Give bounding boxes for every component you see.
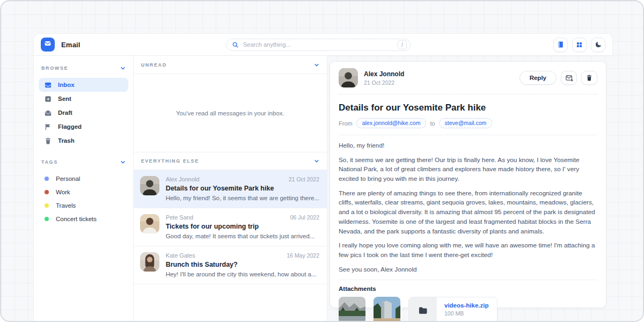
avatar	[140, 214, 159, 233]
mail-date: 06 Jul 2022	[290, 214, 319, 221]
sidebar-item-sent[interactable]: Sent	[39, 92, 128, 106]
mail-preview: Hey! I'll be around the city this weeken…	[166, 271, 319, 277]
email-detail-panel: Alex Jonnold 21 Oct 2022 Reply Details f…	[330, 61, 606, 308]
mail-preview: Good day, mate! It seems that our ticket…	[166, 233, 319, 239]
tags-section-header[interactable]: TAGS	[39, 156, 128, 168]
chevron-down-icon[interactable]	[120, 65, 126, 71]
grid-icon	[576, 41, 583, 48]
header-actions	[553, 38, 605, 52]
unread-label: UNREAD	[141, 62, 167, 68]
tag-label: Travels	[56, 202, 76, 209]
email-detail-header: Alex Jonnold 21 Oct 2022 Reply	[339, 68, 597, 87]
attachment-zip-card[interactable]: videos-hike.zip 100 MB	[408, 297, 497, 322]
sidebar: BROWSE Inbox Sent	[34, 56, 134, 322]
mail-sender: Alex Jonnold	[166, 176, 200, 182]
to-email-pill[interactable]: steve@mail.com	[439, 118, 493, 128]
forward-mail-button[interactable]	[561, 71, 577, 85]
divider	[339, 135, 597, 135]
folder-icon	[418, 305, 428, 316]
apps-grid-button[interactable]	[572, 38, 587, 52]
zip-file-name[interactable]: videos-hike.zip	[444, 302, 488, 309]
body-paragraph: I really hope you love coming along with…	[339, 241, 597, 260]
app-logo	[41, 38, 55, 52]
tag-item-personal[interactable]: Personal	[39, 172, 128, 185]
avatar	[140, 252, 159, 272]
sidebar-item-flagged[interactable]: Flagged	[39, 120, 128, 134]
mail-date: 16 May 2022	[287, 252, 319, 259]
detail-date: 21 Oct 2022	[364, 79, 404, 86]
search-input[interactable]	[243, 41, 393, 48]
divider	[339, 94, 597, 94]
tag-label: Concert tickets	[56, 216, 97, 222]
sent-icon	[44, 95, 52, 103]
tag-color-dot	[45, 177, 49, 181]
sender-info: Alex Jonnold 21 Oct 2022	[364, 70, 404, 86]
tag-label: Work	[56, 189, 70, 195]
mail-item-content: Pete Sand 06 Jul 2022 Tickets for our up…	[166, 214, 319, 239]
reply-button[interactable]: Reply	[519, 71, 557, 85]
from-to-row: From alex.jonnold@hike.com to steve@mail…	[339, 118, 597, 128]
envelope-icon	[43, 39, 52, 50]
to-label: to	[430, 120, 435, 127]
chevron-down-icon[interactable]	[314, 158, 319, 164]
mail-plus-icon	[565, 74, 573, 82]
page-background: Email /	[0, 0, 644, 322]
delete-mail-button[interactable]	[581, 71, 597, 85]
tags-section: TAGS Personal Work	[39, 156, 128, 225]
draft-icon	[44, 109, 52, 117]
search-box[interactable]: /	[226, 39, 411, 51]
mail-list-item[interactable]: Alex Jonnold 21 Oct 2022 Details for our…	[134, 170, 327, 208]
chevron-down-icon[interactable]	[120, 159, 126, 165]
trash-icon	[586, 74, 593, 82]
divider	[339, 280, 597, 280]
mail-list-item[interactable]: Kate Gates 16 May 2022 Brunch this Satur…	[134, 246, 327, 284]
tags-list: Personal Work Travels Concert tickets	[39, 172, 128, 225]
attachments-row: videos-hike.zip 100 MB	[339, 297, 597, 322]
sidebar-item-draft[interactable]: Draft	[39, 106, 128, 120]
dark-mode-toggle[interactable]	[591, 38, 605, 52]
detail-sender-name: Alex Jonnold	[364, 70, 404, 78]
mail-item-content: Kate Gates 16 May 2022 Brunch this Satur…	[166, 252, 319, 277]
body-paragraph: There are plenty of amazing things to se…	[339, 189, 597, 236]
tag-item-work[interactable]: Work	[39, 185, 128, 199]
zip-icon-box	[409, 297, 437, 322]
from-email-pill[interactable]: alex.jonnold@hike.com	[356, 118, 427, 128]
chevron-down-icon[interactable]	[314, 62, 319, 68]
sidebar-item-label: Draft	[58, 109, 72, 116]
trash-icon	[44, 137, 52, 145]
zip-file-size: 100 MB	[444, 310, 488, 317]
sidebar-item-label: Flagged	[58, 123, 82, 130]
attachment-photo-valley[interactable]	[339, 297, 365, 322]
moon-icon	[595, 41, 602, 48]
sidebar-item-inbox[interactable]: Inbox	[39, 78, 128, 92]
tag-color-dot	[45, 217, 49, 221]
tags-label: TAGS	[41, 159, 58, 165]
mail-sender: Pete Sand	[166, 214, 193, 221]
inbox-icon	[44, 81, 52, 89]
unread-section-header[interactable]: UNREAD	[134, 56, 327, 74]
attachment-photo-half-dome[interactable]	[374, 297, 400, 322]
mail-list-item[interactable]: Pete Sand 06 Jul 2022 Tickets for our up…	[134, 208, 327, 246]
browse-nav-list: Inbox Sent Draft	[39, 78, 128, 148]
mail-subject: Details for our Yosemite Park hike	[166, 185, 319, 192]
body-paragraph: So, it seems we are getting there! Our t…	[339, 156, 597, 184]
tag-color-dot	[45, 203, 49, 208]
app-title: Email	[61, 41, 80, 49]
mail-item-content: Alex Jonnold 21 Oct 2022 Details for our…	[166, 176, 319, 201]
book-icon	[557, 41, 565, 48]
everything-else-section-header[interactable]: EVERYTHING ELSE	[134, 152, 327, 170]
zip-meta: videos-hike.zip 100 MB	[437, 297, 497, 322]
browse-label: BROWSE	[41, 65, 68, 71]
tag-item-travels[interactable]: Travels	[39, 199, 128, 212]
sidebar-item-trash[interactable]: Trash	[39, 134, 128, 148]
mail-preview: Hello, my friend! So, it seems that we a…	[166, 195, 319, 201]
tag-item-concert-tickets[interactable]: Concert tickets	[39, 212, 128, 225]
contacts-book-button[interactable]	[553, 38, 568, 52]
from-label: From	[339, 120, 353, 127]
body-paragraph: Hello, my friend!	[339, 141, 597, 151]
mail-subject: Brunch this Saturday?	[166, 261, 319, 268]
mail-date: 21 Oct 2022	[289, 176, 319, 182]
sidebar-item-label: Sent	[58, 96, 71, 102]
tag-label: Personal	[56, 175, 80, 182]
browse-section-header[interactable]: BROWSE	[39, 62, 128, 74]
